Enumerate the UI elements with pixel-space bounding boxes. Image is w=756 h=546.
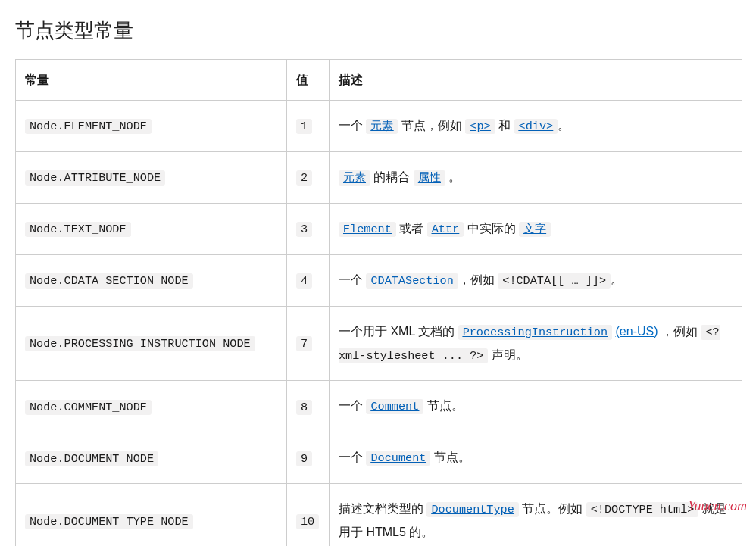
- constant-cell: Node.ATTRIBUTE_NODE: [16, 152, 287, 204]
- value-code: 4: [296, 273, 312, 289]
- table-row: Node.ATTRIBUTE_NODE2元素 的耦合 属性 。: [16, 152, 742, 204]
- table-row: Node.DOCUMENT_NODE9一个 Document 节点。: [16, 432, 742, 484]
- constant-cell: Node.PROCESSING_INSTRUCTION_NODE: [16, 306, 287, 381]
- constant-code: Node.TEXT_NODE: [25, 222, 131, 237]
- reference-link[interactable]: DocumentType: [426, 502, 518, 515]
- value-code: 2: [296, 170, 312, 186]
- constant-code: Node.DOCUMENT_NODE: [25, 451, 158, 466]
- table-row: Node.COMMENT_NODE8一个 Comment 节点。: [16, 381, 742, 432]
- reference-link[interactable]: <div>: [514, 119, 558, 132]
- constant-code: Node.DOCUMENT_TYPE_NODE: [25, 514, 193, 529]
- col-header-value: 值: [287, 59, 330, 101]
- value-code: 1: [296, 119, 312, 134]
- constant-cell: Node.TEXT_NODE: [16, 203, 287, 254]
- code-literal: <!CDATA[[ … ]]>: [498, 273, 611, 289]
- value-cell: 3: [287, 203, 330, 254]
- value-cell: 8: [287, 381, 330, 432]
- node-type-table: 常量 值 描述 Node.ELEMENT_NODE1一个 元素 节点，例如 <p…: [15, 59, 742, 546]
- reference-link[interactable]: ProcessingInstruction: [458, 325, 612, 338]
- description-cell: 一个 CDATASection，例如 <!CDATA[[ … ]]>。: [330, 254, 742, 306]
- reference-link[interactable]: 元素: [339, 170, 370, 183]
- reference-link[interactable]: 属性: [414, 170, 445, 183]
- constant-cell: Node.DOCUMENT_TYPE_NODE: [16, 484, 287, 546]
- watermark: Yuucn.com: [688, 495, 747, 517]
- reference-link[interactable]: Comment: [366, 399, 423, 412]
- value-cell: 9: [287, 432, 330, 484]
- constant-code: Node.PROCESSING_INSTRUCTION_NODE: [25, 336, 255, 351]
- col-header-constant: 常量: [16, 59, 287, 101]
- reference-link[interactable]: Document: [366, 451, 430, 463]
- reference-link[interactable]: Attr: [427, 222, 464, 235]
- value-cell: 10: [287, 484, 330, 546]
- value-cell: 4: [287, 254, 330, 306]
- value-cell: 1: [287, 101, 330, 152]
- constant-code: Node.ATTRIBUTE_NODE: [25, 170, 165, 186]
- description-cell: 一个 Document 节点。: [330, 432, 742, 484]
- value-cell: 2: [287, 152, 330, 204]
- table-row: Node.CDATA_SECTION_NODE4一个 CDATASection，…: [16, 254, 742, 306]
- description-cell: 一个 元素 节点，例如 <p> 和 <div>。: [330, 101, 742, 152]
- constant-code: Node.COMMENT_NODE: [25, 400, 152, 415]
- description-cell: 元素 的耦合 属性 。: [330, 152, 742, 204]
- reference-link[interactable]: Element: [339, 222, 396, 235]
- page-title: 节点类型常量: [15, 15, 741, 47]
- description-cell: 一个用于 XML 文档的 ProcessingInstruction (en-U…: [330, 306, 742, 381]
- reference-link[interactable]: 文字: [519, 222, 551, 235]
- description-cell: 一个 Comment 节点。: [330, 381, 742, 432]
- value-code: 9: [296, 451, 312, 466]
- description-cell: 描述文档类型的 DocumentType 节点。例如 <!DOCTYPE htm…: [330, 484, 742, 546]
- table-row: Node.TEXT_NODE3Element 或者 Attr 中实际的 文字: [16, 203, 742, 254]
- table-row: Node.ELEMENT_NODE1一个 元素 节点，例如 <p> 和 <div…: [16, 101, 742, 152]
- reference-link[interactable]: (en-US): [616, 325, 658, 338]
- value-code: 3: [296, 222, 312, 237]
- constant-cell: Node.ELEMENT_NODE: [16, 101, 287, 152]
- reference-link[interactable]: CDATASection: [366, 273, 458, 286]
- reference-link[interactable]: 元素: [366, 119, 398, 132]
- value-code: 8: [296, 400, 312, 415]
- table-row: Node.PROCESSING_INSTRUCTION_NODE7一个用于 XM…: [16, 306, 742, 381]
- constant-cell: Node.COMMENT_NODE: [16, 381, 287, 432]
- table-row: Node.DOCUMENT_TYPE_NODE10描述文档类型的 Documen…: [16, 484, 742, 546]
- constant-code: Node.CDATA_SECTION_NODE: [25, 273, 193, 289]
- value-code: 10: [296, 514, 319, 529]
- value-cell: 7: [287, 306, 330, 381]
- value-code: 7: [296, 336, 312, 351]
- col-header-description: 描述: [330, 59, 742, 101]
- code-literal: <!DOCTYPE html>: [586, 502, 699, 517]
- table-header-row: 常量 值 描述: [16, 59, 742, 101]
- description-cell: Element 或者 Attr 中实际的 文字: [330, 203, 742, 254]
- constant-cell: Node.CDATA_SECTION_NODE: [16, 254, 287, 306]
- constant-cell: Node.DOCUMENT_NODE: [16, 432, 287, 484]
- constant-code: Node.ELEMENT_NODE: [25, 119, 152, 134]
- reference-link[interactable]: <p>: [465, 119, 495, 132]
